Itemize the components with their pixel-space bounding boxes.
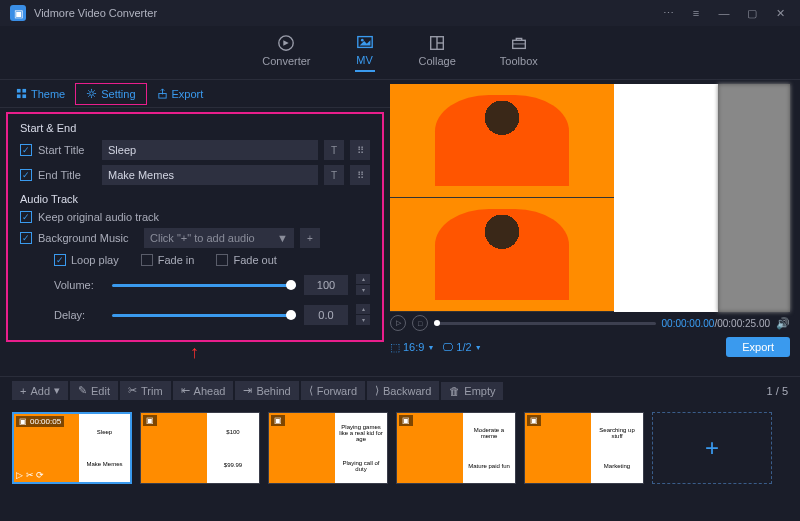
annotation-arrow: ↑ [190, 342, 580, 363]
add-button[interactable]: + Add ▾ [12, 381, 68, 400]
volume-slider[interactable] [112, 284, 296, 287]
delay-label: Delay: [54, 309, 104, 321]
thumb-badge-icon: ▣ [399, 415, 413, 426]
nav-mv[interactable]: MV [355, 33, 375, 72]
tab-export[interactable]: Export [147, 83, 214, 105]
thumb-duration: ▣ 00:00:05 [16, 416, 64, 427]
converter-icon [276, 34, 296, 52]
play-button[interactable]: ▷ [390, 315, 406, 331]
ahead-button[interactable]: ⇤ Ahead [173, 381, 234, 400]
trim-button[interactable]: ✂ Trim [120, 381, 171, 400]
feedback-icon[interactable]: ⋯ [658, 5, 678, 21]
add-clip-button[interactable]: + [652, 412, 772, 484]
thumbnail[interactable]: ▣ Searching up stuffMarketing [524, 412, 644, 484]
thumb-badge-icon: ▣ [143, 415, 157, 426]
behind-button[interactable]: ⇥ Behind [235, 381, 298, 400]
bg-music-label: Background Music [38, 232, 138, 244]
svg-rect-10 [17, 94, 21, 98]
tab-theme[interactable]: Theme [6, 83, 75, 105]
start-title-input[interactable] [102, 140, 318, 160]
volume-icon[interactable]: 🔊 [776, 317, 790, 330]
nav-converter[interactable]: Converter [262, 34, 310, 71]
thumbnail[interactable]: ▣ Moderate a memeMature paid fun [396, 412, 516, 484]
thumb-badge-icon: ▣ [527, 415, 541, 426]
maximize-icon[interactable]: ▢ [742, 5, 762, 21]
empty-button[interactable]: 🗑 Empty [441, 382, 503, 400]
app-title: Vidmore Video Converter [34, 7, 157, 19]
delay-slider[interactable] [112, 314, 296, 317]
keep-audio-label: Keep original audio track [38, 211, 159, 223]
settings-panel: Start & End Start Title T ⠿ End Title T … [6, 112, 384, 342]
bg-music-checkbox[interactable] [20, 232, 32, 244]
loop-play-checkbox[interactable] [54, 254, 66, 266]
close-icon[interactable]: ✕ [770, 5, 790, 21]
backward-button[interactable]: ⟩ Backward [367, 381, 439, 400]
end-title-label: End Title [38, 169, 96, 181]
thumbnail[interactable]: ▣ Playing games like a real kid for ageP… [268, 412, 388, 484]
end-title-input[interactable] [102, 165, 318, 185]
text-position-icon[interactable]: ⠿ [350, 165, 370, 185]
text-position-icon[interactable]: ⠿ [350, 140, 370, 160]
stop-button[interactable]: □ [412, 315, 428, 331]
fade-in-checkbox[interactable] [141, 254, 153, 266]
forward-button[interactable]: ⟨ Forward [301, 381, 365, 400]
nav-toolbox[interactable]: Toolbox [500, 34, 538, 71]
thumbnail[interactable]: ▣ 00:00:05 ✕ SleepMake Memes ▷ ✂ ⟳ [12, 412, 132, 484]
svg-rect-11 [22, 94, 26, 98]
minimize-icon[interactable]: — [714, 5, 734, 21]
section-start-end: Start & End [20, 122, 370, 134]
theme-icon [16, 88, 27, 99]
end-title-checkbox[interactable] [20, 169, 32, 181]
text-style-icon[interactable]: T [324, 140, 344, 160]
text-style-icon[interactable]: T [324, 165, 344, 185]
export-button[interactable]: Export [726, 337, 790, 357]
thumb-actions[interactable]: ▷ ✂ ⟳ [16, 470, 44, 480]
menu-icon[interactable]: ≡ [686, 5, 706, 21]
nav-collage[interactable]: Collage [419, 34, 456, 71]
tab-setting[interactable]: Setting [75, 83, 146, 105]
toolbox-icon [509, 34, 529, 52]
start-title-checkbox[interactable] [20, 144, 32, 156]
chevron-down-icon: ▼ [277, 232, 288, 244]
setting-icon [86, 88, 97, 99]
start-title-label: Start Title [38, 144, 96, 156]
volume-stepper[interactable]: ▴▾ [356, 274, 370, 296]
volume-label: Volume: [54, 279, 104, 291]
edit-button[interactable]: ✎ Edit [70, 381, 118, 400]
export-icon [157, 88, 168, 99]
svg-rect-9 [22, 89, 26, 93]
app-logo: ▣ [10, 5, 26, 21]
thumb-badge-icon: ▣ [271, 415, 285, 426]
preview-video [390, 84, 790, 312]
svg-rect-8 [17, 89, 21, 93]
volume-value[interactable]: 100 [304, 275, 348, 295]
svg-point-2 [360, 39, 363, 42]
collage-icon [427, 34, 447, 52]
keep-audio-checkbox[interactable] [20, 211, 32, 223]
thumbnail[interactable]: ▣ $100$99.99 [140, 412, 260, 484]
add-audio-button[interactable]: + [300, 228, 320, 248]
bg-music-dropdown[interactable]: Click "+" to add audio ▼ [144, 228, 294, 248]
clip-count: 1 / 5 [767, 385, 788, 397]
svg-point-12 [90, 92, 94, 96]
time-display: 00:00:00.00/00:00:25.00 [662, 318, 770, 329]
mv-icon [355, 33, 375, 51]
delay-value[interactable]: 0.0 [304, 305, 348, 325]
fade-out-checkbox[interactable] [216, 254, 228, 266]
section-audio: Audio Track [20, 193, 370, 205]
progress-bar[interactable] [434, 322, 656, 325]
thumb-remove-button[interactable]: ✕ [114, 416, 128, 430]
delay-stepper[interactable]: ▴▾ [356, 304, 370, 326]
